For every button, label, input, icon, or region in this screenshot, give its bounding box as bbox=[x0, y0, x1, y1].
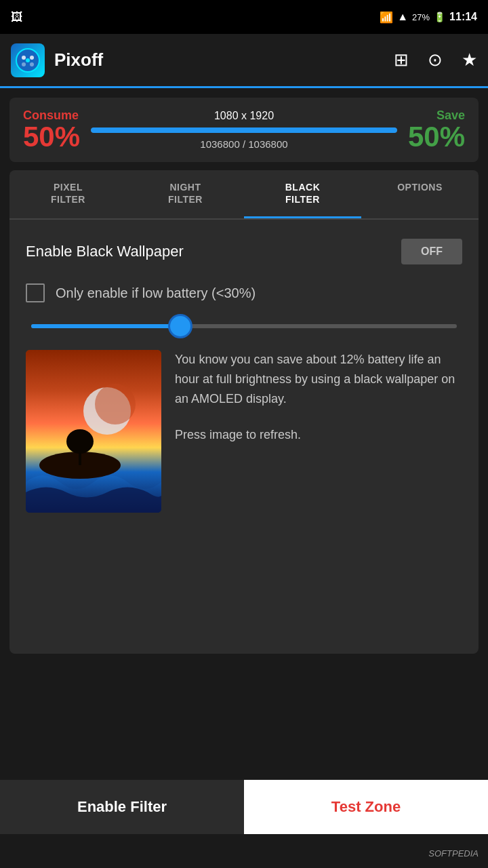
stats-progress-fill bbox=[91, 127, 397, 133]
battery-text: 27% bbox=[412, 12, 430, 22]
tabs-row: PIXELFILTER NIGHTFILTER BLACKFILTER OPTI… bbox=[9, 170, 479, 220]
status-bar: 🖼 📶 ▲ 27% 🔋 11:14 bbox=[0, 0, 488, 34]
low-battery-checkbox[interactable] bbox=[26, 283, 45, 302]
bottom-buttons: Enable Filter Test Zone bbox=[0, 780, 488, 834]
app-bar: Pixoff ⊞ ⊙ ★ bbox=[0, 34, 488, 88]
svg-point-4 bbox=[30, 62, 34, 66]
svg-point-2 bbox=[30, 56, 34, 60]
save-value: 50% bbox=[408, 123, 465, 151]
battery-icon: 🔋 bbox=[434, 12, 445, 22]
time-text: 11:14 bbox=[449, 11, 477, 23]
logo-svg bbox=[16, 48, 40, 73]
enable-row: Enable Black Wallpaper OFF bbox=[26, 239, 462, 264]
signal-icon: ▲ bbox=[397, 11, 408, 23]
svg-point-8 bbox=[95, 384, 136, 425]
photo-icon: 🖼 bbox=[11, 10, 23, 24]
stats-save: Save 50% bbox=[408, 108, 465, 151]
info-row: You know you can save about 12% battery … bbox=[26, 350, 462, 513]
stats-pixels: 1036800 / 1036800 bbox=[91, 138, 397, 150]
tab-black-filter[interactable]: BLACKFILTER bbox=[244, 170, 361, 218]
enable-black-wallpaper-label: Enable Black Wallpaper bbox=[26, 243, 184, 260]
circles-icon[interactable]: ⊙ bbox=[428, 50, 443, 71]
tab-night-filter[interactable]: NIGHTFILTER bbox=[127, 170, 244, 218]
refresh-hint: Press image to refresh. bbox=[175, 425, 462, 445]
brightness-slider-container bbox=[26, 324, 462, 328]
test-zone-button[interactable]: Test Zone bbox=[244, 780, 488, 834]
tabs-panel: PIXELFILTER NIGHTFILTER BLACKFILTER OPTI… bbox=[9, 170, 479, 220]
stats-consume: Consume 50% bbox=[23, 108, 80, 151]
enable-filter-button[interactable]: Enable Filter bbox=[0, 780, 244, 834]
svg-point-3 bbox=[22, 62, 26, 66]
stats-resolution: 1080 x 1920 bbox=[91, 110, 397, 122]
wallpaper-image bbox=[26, 350, 161, 513]
info-main-text: You know you can save about 12% battery … bbox=[175, 353, 455, 406]
svg-point-5 bbox=[26, 58, 30, 62]
info-text-block: You know you can save about 12% battery … bbox=[175, 350, 462, 444]
slider-thumb[interactable] bbox=[168, 314, 192, 338]
grid-icon[interactable]: ⊞ bbox=[394, 50, 409, 71]
app-title: Pixoff bbox=[54, 50, 394, 71]
stats-progress-bar bbox=[91, 127, 397, 133]
svg-point-11 bbox=[66, 429, 94, 454]
wifi-icon: 📶 bbox=[380, 11, 393, 24]
slider-fill bbox=[31, 324, 180, 328]
wallpaper-svg bbox=[26, 350, 161, 513]
star-icon[interactable]: ★ bbox=[462, 50, 477, 71]
wallpaper-thumbnail[interactable] bbox=[26, 350, 161, 513]
low-battery-checkbox-row: Only enable if low battery (<30%) bbox=[26, 283, 462, 302]
tab-options[interactable]: OPTIONS bbox=[361, 170, 479, 218]
toggle-button[interactable]: OFF bbox=[401, 239, 462, 264]
status-icons: 📶 ▲ 27% 🔋 11:14 bbox=[380, 11, 477, 24]
tab-content-black-filter: Enable Black Wallpaper OFF Only enable i… bbox=[9, 220, 479, 654]
consume-value: 50% bbox=[23, 123, 80, 151]
stats-card: Consume 50% 1080 x 1920 1036800 / 103680… bbox=[9, 98, 479, 162]
softpedia-watermark: SOFTPEDIA bbox=[428, 848, 479, 859]
slider-track bbox=[31, 324, 457, 328]
low-battery-label: Only enable if low battery (<30%) bbox=[56, 285, 256, 301]
app-bar-icons: ⊞ ⊙ ★ bbox=[394, 50, 477, 71]
tab-pixel-filter[interactable]: PIXELFILTER bbox=[9, 170, 127, 218]
svg-point-1 bbox=[22, 56, 26, 60]
stats-middle: 1080 x 1920 1036800 / 1036800 bbox=[80, 110, 408, 150]
app-logo bbox=[11, 43, 45, 77]
